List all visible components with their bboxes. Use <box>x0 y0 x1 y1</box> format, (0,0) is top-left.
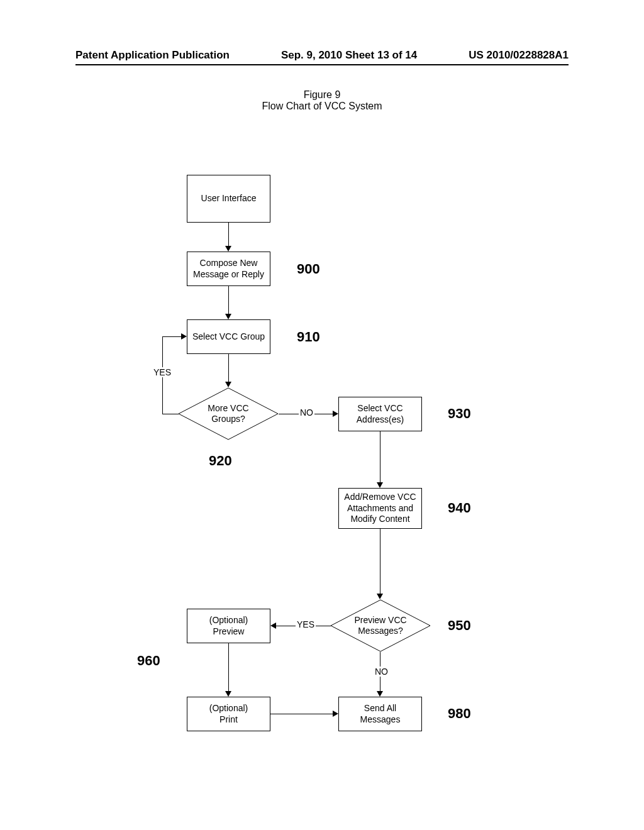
node-select-group: Select VCC Group <box>187 319 270 354</box>
arrow-no1-head <box>333 411 338 417</box>
arrow-addrem-prev-head <box>377 594 383 599</box>
node-more-groups: More VCC Groups? <box>178 387 279 440</box>
edge-no2: NO <box>374 667 389 677</box>
node-add-remove: Add/Remove VCC Attachments and Modify Co… <box>338 488 422 529</box>
node-user-interface: User Interface <box>187 175 270 223</box>
arrow-prev-print <box>228 643 229 692</box>
flowchart-canvas: User Interface Compose New Message or Re… <box>0 0 644 830</box>
arrow-ui-compose <box>228 223 229 246</box>
arrow-no2-head <box>377 691 383 697</box>
arrow-yes-h1 <box>162 414 179 414</box>
arrow-ui-compose-head <box>225 246 231 252</box>
arrow-compose-select-head <box>225 314 231 319</box>
arrow-yes-h2 <box>162 336 181 337</box>
edge-no1: NO <box>299 407 314 418</box>
ref-940: 940 <box>448 500 471 516</box>
node-preview-q: Preview VCC Messages? <box>330 599 431 652</box>
ref-950: 950 <box>448 617 471 634</box>
arrow-print-send-head <box>333 711 338 717</box>
node-more-groups-label: More VCC Groups? <box>178 387 279 440</box>
arrow-print-send <box>270 714 333 714</box>
arrow-compose-select <box>228 286 229 314</box>
node-send-all: Send All Messages <box>338 697 422 731</box>
ref-900: 900 <box>297 261 320 277</box>
node-preview-q-label: Preview VCC Messages? <box>330 599 431 652</box>
node-compose: Compose New Message or Reply <box>187 252 270 286</box>
arrow-addrem-prev <box>380 529 380 594</box>
edge-yes2: YES <box>296 619 316 629</box>
arrow-addr-addrem <box>380 431 380 483</box>
node-optional-print: (Optional) Print <box>187 697 270 731</box>
ref-980: 980 <box>448 706 471 722</box>
ref-910: 910 <box>297 329 320 345</box>
node-optional-preview: (Optional) Preview <box>187 609 270 643</box>
arrow-yes-head <box>181 333 187 340</box>
ref-920: 920 <box>209 453 232 469</box>
arrow-prev-print-head <box>225 691 231 697</box>
ref-960: 960 <box>137 653 160 669</box>
arrow-select-more-head <box>225 382 231 387</box>
node-select-address: Select VCC Address(es) <box>338 397 422 431</box>
ref-930: 930 <box>448 406 471 422</box>
arrow-addr-addrem-head <box>377 482 383 488</box>
arrow-yes2-head <box>270 622 276 629</box>
arrow-select-more <box>228 354 229 382</box>
edge-yes1: YES <box>152 367 172 377</box>
